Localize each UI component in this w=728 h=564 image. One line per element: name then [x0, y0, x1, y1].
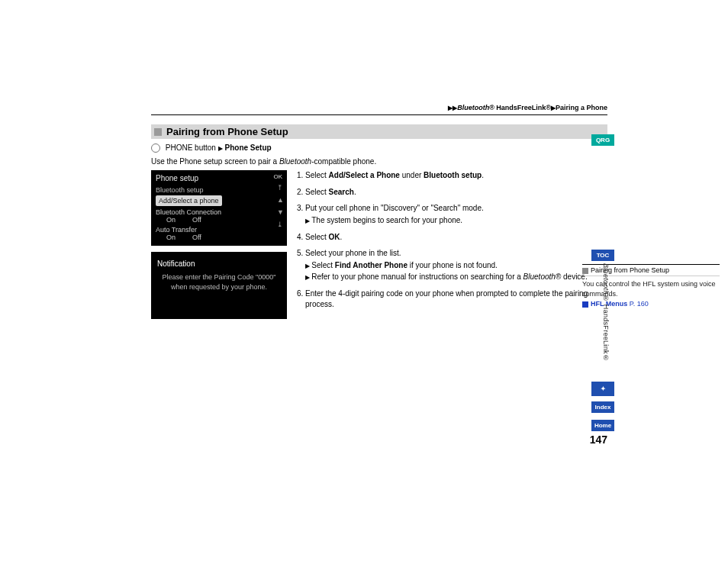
- steps-list: Select Add/Select a Phone under Bluetoot…: [295, 170, 607, 309]
- phone-setup-screenshot: Phone setup OK Bluetooth setup Add/Selec…: [151, 170, 287, 246]
- voice-tab-icon: ✦: [601, 385, 606, 392]
- tab-qrg[interactable]: QRG: [591, 134, 614, 146]
- step-6: Enter the 4-digit pairing code on your p…: [305, 288, 607, 309]
- step-5-sub2: Refer to your phone manual for instructi…: [305, 272, 607, 282]
- tab-voice[interactable]: ✦: [591, 382, 614, 396]
- breadcrumb: ▶▶Bluetooth® HandsFreeLink®▶Pairing a Ph…: [151, 104, 607, 115]
- command-path: PHONE button ▶ Phone Setup: [151, 143, 607, 153]
- tab-home[interactable]: Home: [591, 420, 614, 431]
- breadcrumb-bt: Bluetooth: [457, 104, 489, 111]
- step-3-sub: The system begins to search for your pho…: [305, 215, 607, 226]
- steps-column: Select Add/Select a Phone under Bluetoot…: [295, 170, 607, 325]
- section-vertical-label: Bluetooth® HandsFreeLink®: [602, 263, 610, 362]
- screenshot-column: Phone setup OK Bluetooth setup Add/Selec…: [151, 170, 287, 325]
- square-bullet-icon: [154, 128, 162, 136]
- step-1: Select Add/Select a Phone under Bluetoot…: [305, 170, 607, 181]
- intro-text: Use the Phone setup screen to pair a Blu…: [151, 157, 607, 166]
- scroll-arrows-icon: ⤒▲▼⤓: [277, 184, 284, 228]
- voice-icon: [151, 143, 160, 153]
- page-content: ▶▶Bluetooth® HandsFreeLink®▶Pairing a Ph…: [151, 104, 607, 325]
- add-select-highlight: Add/Select a phone: [156, 195, 222, 206]
- side-rail: QRG TOC Bluetooth® HandsFreeLink® ✦ Inde…: [584, 0, 614, 564]
- section-title: Pairing from Phone Setup: [151, 124, 607, 139]
- tab-toc[interactable]: TOC: [591, 250, 614, 261]
- step-3: Put your cell phone in "Discovery" or "S…: [305, 203, 607, 225]
- notification-screenshot: Notification Please enter the Pairing Co…: [151, 252, 287, 319]
- step-5: Select your phone in the list. Select Fi…: [305, 248, 607, 282]
- step-4: Select OK.: [305, 232, 607, 243]
- ok-indicator: OK: [273, 173, 282, 180]
- step-2: Select Search.: [305, 187, 607, 198]
- tab-index[interactable]: Index: [591, 401, 614, 413]
- step-5-sub1: Select Find Another Phone if your phone …: [305, 260, 607, 271]
